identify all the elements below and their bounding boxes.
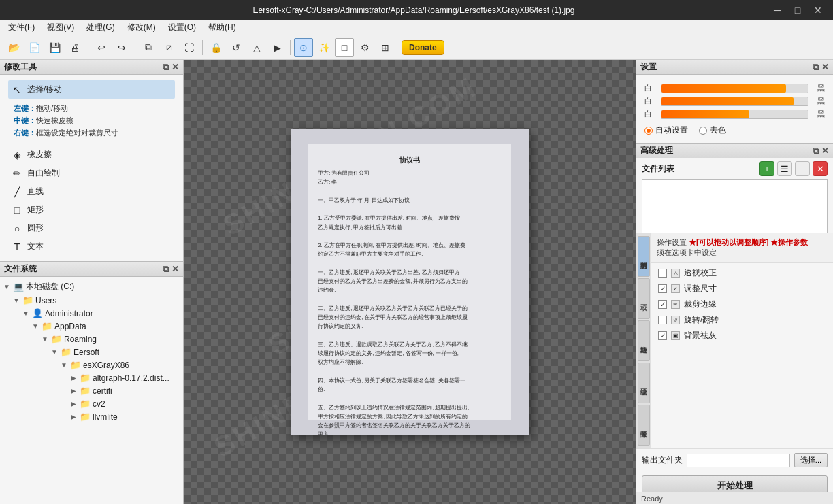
toolbar-new[interactable]: 📄 [24, 38, 44, 57]
tool-select-label: 选择/移动 [27, 84, 62, 95]
menu-process[interactable]: 处理(G) [81, 20, 120, 35]
tree-arrow: ▼ [3, 283, 11, 290]
tree-item-eersoft[interactable]: ▼ 📁 Eersoft [0, 346, 183, 358]
cb-resize-inner: ✓ [671, 284, 680, 293]
donate-button[interactable]: Donate [402, 40, 444, 55]
slider-2-track[interactable] [661, 97, 808, 106]
separator-3 [202, 40, 203, 55]
tool-text[interactable]: T 文本 [8, 237, 175, 256]
settings-float-btn[interactable]: ⧉ [813, 62, 819, 73]
select-folder-button[interactable]: 选择... [794, 453, 828, 467]
toolbar-undo[interactable]: ↩ [92, 38, 111, 57]
menu-help[interactable]: 帮助(H) [203, 20, 242, 35]
doc-line: 四、本协议一式份, 另关于关联乙方签署签名合签, 关各签署一 [318, 377, 502, 384]
tree-item-drive-c[interactable]: ▼ 💻 本地磁盘 (C:) [0, 280, 183, 294]
doc-line: 会在参照甲方签约者名签名关联乙方的关于关联乙方关于乙方的 [318, 422, 502, 429]
toolbar-fullscreen[interactable]: ⛶ [180, 38, 199, 57]
menu-view[interactable]: 视图(V) [42, 20, 80, 35]
menu-bar: 文件(F) 视图(V) 处理(G) 修改(M) 设置(O) 帮助(H) [0, 20, 833, 35]
tool-rect[interactable]: □ 矩形 [8, 201, 175, 219]
doc-line: 五、乙方签约到以上违约情况在法律规定范围内, 超期提出提出, [318, 404, 502, 411]
tree-label: esXGrayX86 [83, 360, 129, 370]
toolbar-white[interactable]: □ [335, 38, 354, 57]
tree-item-altgraph[interactable]: ▶ 📁 altgraph-0.17.2.dist... [0, 371, 183, 384]
file-list-list-btn[interactable]: ☰ [777, 161, 792, 176]
toolbar-magic[interactable]: ✨ [314, 38, 333, 57]
cb-resize-label: 调整尺寸 [684, 283, 717, 295]
tool-select[interactable]: ↖ 选择/移动 [8, 80, 175, 99]
file-list-area[interactable] [642, 179, 828, 233]
menu-file[interactable]: 文件(F) [3, 20, 40, 35]
tools-close-btn[interactable]: ✕ [172, 62, 179, 73]
vtab-rotate[interactable]: 旋转翻转 [638, 320, 650, 361]
tree-item-certifi[interactable]: ▶ 📁 certifi [0, 384, 183, 397]
toolbar-rotate-ccw[interactable]: ↺ [227, 38, 246, 57]
cb-bg-gray[interactable]: ▣ 背景祛灰 [657, 328, 828, 343]
tree-item-llvmlite[interactable]: ▶ 📁 llvmlite [0, 410, 183, 423]
toolbar-circle-eye[interactable]: ⊙ [294, 38, 313, 57]
toolbar-print[interactable]: 🖨 [65, 38, 84, 57]
slider-row-1: 白 黑 [644, 83, 825, 93]
slider-3-track[interactable] [661, 110, 808, 119]
radio-decolor[interactable]: 去色 [699, 124, 726, 136]
toolbar: 📂 📄 💾 🖨 ↩ ↪ ⧉ ⧄ ⛶ 🔒 ↺ △ ▶ ⊙ ✨ □ ⚙ ⊞ Dona… [0, 35, 833, 60]
cb-perspective[interactable]: △ 透视校正 [657, 265, 828, 281]
tree-item-esxgray[interactable]: ▼ 📁 esXGrayX86 [0, 358, 183, 371]
radio-auto[interactable]: 自动设置 [644, 124, 688, 136]
doc-line: 一、甲乙双方于 年 月 日达成如下协议: [318, 197, 502, 204]
folder-icon: 📁 [61, 347, 71, 357]
tool-ellipse[interactable]: ○ 圆形 [8, 219, 175, 237]
tree-item-roaming[interactable]: ▼ 📁 Roaming [0, 333, 183, 346]
doc-paper: 协议书 甲方: 为有限责任公司 乙方: 李 一、甲乙双方于 年 月 日达成如下协… [308, 144, 511, 420]
advanced-close-btn[interactable]: ✕ [821, 146, 829, 156]
settings-close-btn[interactable]: ✕ [821, 62, 829, 73]
file-list-minus-btn[interactable]: − [795, 161, 810, 176]
filesystem-panel-controls: ⧉ ✕ [163, 264, 179, 275]
tree-item-users[interactable]: ▼ 📁 Users [0, 294, 183, 307]
toolbar-copy[interactable]: ⧉ [139, 38, 158, 57]
vtab-bg[interactable]: 背景去除 [638, 405, 650, 446]
toolbar-play[interactable]: ▶ [267, 38, 287, 57]
fs-float-btn[interactable]: ⧉ [163, 264, 169, 275]
cb-resize[interactable]: ✓ 调整尺寸 [657, 281, 828, 297]
advanced-float-btn[interactable]: ⧉ [813, 146, 819, 156]
minimize-button[interactable]: ─ [768, 3, 787, 17]
vtab-edge[interactable]: 校正边缘 [638, 363, 650, 403]
menu-modify[interactable]: 修改(M) [122, 20, 161, 35]
toolbar-sliders[interactable]: ⚙ [355, 38, 374, 57]
canvas-area[interactable]: SHINEDOWN.COM SHINEDOWN.COM SHINEDOWN.CO… [184, 60, 636, 504]
fs-close-btn[interactable]: ✕ [172, 264, 179, 275]
doc-line: 乙方规定执行, 甲方签批后方可出差. [318, 224, 502, 231]
toolbar-redo[interactable]: ↪ [112, 38, 131, 57]
vtab-cut[interactable]: 剪切测试削弱 [638, 236, 650, 277]
slider-1-track[interactable] [661, 84, 808, 93]
menu-settings[interactable]: 设置(O) [163, 20, 201, 35]
toolbar-grid[interactable]: ⊞ [376, 38, 395, 57]
toolbar-save[interactable]: 💾 [45, 38, 64, 57]
tools-float-btn[interactable]: ⧉ [163, 62, 169, 73]
tree-item-appdata[interactable]: ▼ 📁 AppData [0, 320, 183, 333]
toolbar-lock[interactable]: 🔒 [206, 38, 225, 57]
slider-2-fill [662, 97, 794, 105]
tree-item-cv2[interactable]: ▶ 📁 cv2 [0, 397, 183, 410]
toolbar-triangle[interactable]: △ [247, 38, 266, 57]
maximize-button[interactable]: □ [788, 3, 807, 17]
cb-rotate-box [658, 316, 667, 324]
cb-crop[interactable]: ✂ 裁剪边缘 [657, 297, 828, 312]
tool-line[interactable]: ╱ 直线 [8, 182, 175, 201]
doc-line: 甲方按相应法律规定的方案, 因此导致乙方未达到的所有约定的 [318, 413, 502, 420]
tree-arrow: ▶ [69, 374, 78, 382]
close-button[interactable]: ✕ [808, 3, 828, 17]
vtab-correct[interactable]: 校正 [638, 278, 650, 319]
file-list-clear-btn[interactable]: ✕ [813, 161, 828, 176]
tree-item-admin[interactable]: ▼ 👤 Administrator [0, 307, 183, 320]
tool-eraser[interactable]: ◈ 橡皮擦 [8, 146, 175, 164]
output-folder-input[interactable] [687, 454, 790, 467]
toolbar-open[interactable]: 📂 [4, 38, 23, 57]
file-list-add-btn[interactable]: + [760, 161, 774, 176]
main-layout: 修改工具 ⧉ ✕ ↖ 选择/移动 左键：拖动/移动 中键：快速橡皮擦 右键：框选… [0, 60, 833, 504]
cb-rotate[interactable]: ↺ 旋转/翻转 [657, 312, 828, 328]
toolbar-paste[interactable]: ⧄ [159, 38, 178, 57]
tool-freedraw[interactable]: ✏ 自由绘制 [8, 164, 175, 182]
adv-main: 操作设置 ★[可以拖动以调整顺序] ★操作参数须在选项卡中设定 △ 透视校正 [651, 233, 833, 448]
